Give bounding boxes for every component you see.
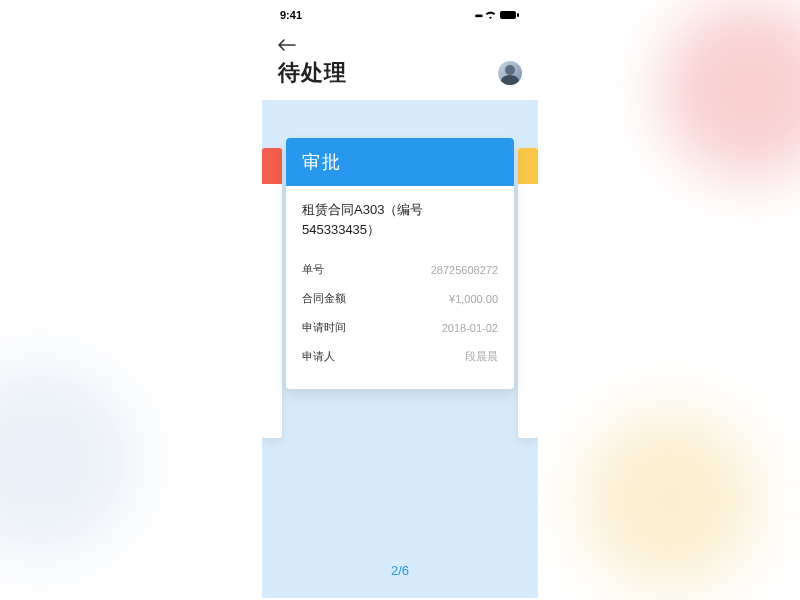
- field-label: 申请时间: [302, 320, 346, 335]
- svg-rect-0: [500, 11, 516, 19]
- header: 待处理: [262, 30, 538, 100]
- battery-icon: [500, 10, 520, 20]
- card-next-peek[interactable]: [518, 148, 538, 438]
- field-label: 单号: [302, 262, 324, 277]
- field-row: 申请人 段晨晨: [302, 342, 498, 371]
- field-value: 28725608272: [431, 264, 498, 276]
- back-button[interactable]: [278, 34, 300, 56]
- bg-decor-yellow: [580, 410, 760, 590]
- field-row: 单号 28725608272: [302, 255, 498, 284]
- status-time: 9:41: [280, 9, 302, 21]
- field-value: 段晨晨: [465, 349, 498, 364]
- field-label: 合同金额: [302, 291, 346, 306]
- approval-card[interactable]: 审批 租赁合同A303（编号545333435） 单号 28725608272 …: [286, 138, 514, 389]
- card-title: 租赁合同A303（编号545333435）: [302, 200, 498, 239]
- card-previous-accent: [262, 148, 282, 184]
- field-value: 2018-01-02: [442, 322, 498, 334]
- field-row: 申请时间 2018-01-02: [302, 313, 498, 342]
- bg-decor-red: [660, 0, 800, 180]
- bg-decor-blue: [0, 360, 140, 560]
- field-value: ¥1,000.00: [449, 293, 498, 305]
- phone-frame: 9:41 ▪▪▪▪ 待处理 审批 租赁合同: [262, 0, 538, 600]
- signal-icon: ▪▪▪▪: [475, 10, 481, 21]
- status-icons: ▪▪▪▪: [475, 10, 520, 21]
- page-indicator: 2/6: [262, 563, 538, 578]
- svg-rect-1: [517, 13, 519, 17]
- card-previous-peek[interactable]: [262, 148, 282, 438]
- page-title: 待处理: [278, 58, 347, 88]
- content-area: 审批 租赁合同A303（编号545333435） 单号 28725608272 …: [262, 100, 538, 598]
- wifi-icon: [484, 10, 497, 20]
- status-bar: 9:41 ▪▪▪▪: [262, 0, 538, 30]
- field-label: 申请人: [302, 349, 335, 364]
- field-row: 合同金额 ¥1,000.00: [302, 284, 498, 313]
- card-type-label: 审批: [286, 138, 514, 186]
- avatar[interactable]: [498, 61, 522, 85]
- card-body: 租赁合同A303（编号545333435） 单号 28725608272 合同金…: [286, 186, 514, 389]
- card-next-accent: [518, 148, 538, 184]
